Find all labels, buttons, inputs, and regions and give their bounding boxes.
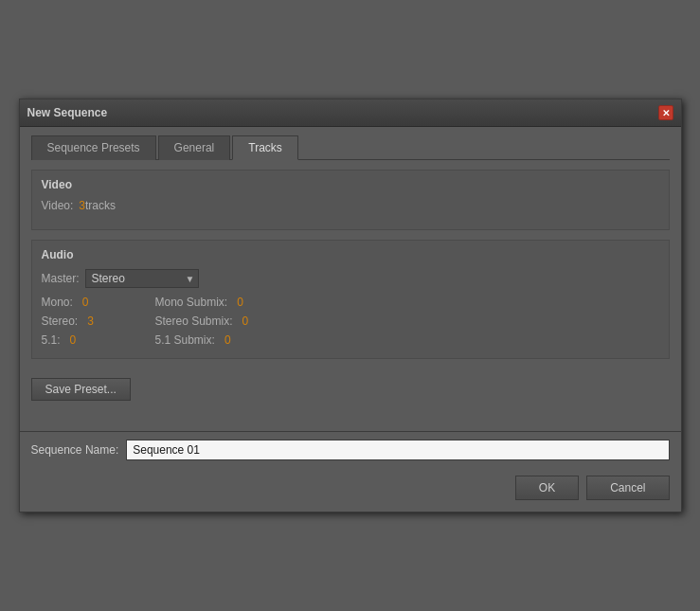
stereo-submix-label: Stereo Submix: [155, 314, 233, 328]
sequence-name-label: Sequence Name: [31, 443, 119, 457]
fiveone-submix-label: 5.1 Submix: [155, 333, 215, 347]
audio-grid: Mono: 0 Mono Submix: 0 Stereo: 3 Stereo … [42, 296, 659, 347]
video-section-title: Video [42, 178, 659, 191]
stereo-submix-item: Stereo Submix: 0 [155, 314, 307, 328]
video-tracks-label: Video: [42, 199, 74, 212]
fiveone-label: 5.1: [42, 333, 61, 347]
new-sequence-dialog: New Sequence ✕ Sequence Presets General … [19, 99, 682, 512]
stereo-item: Stereo: 3 [42, 314, 155, 328]
audio-section-title: Audio [42, 248, 659, 261]
cancel-button[interactable]: Cancel [586, 476, 669, 500]
master-label: Master: [42, 272, 80, 285]
mono-submix-value[interactable]: 0 [237, 296, 243, 309]
buttons-row: OK Cancel [20, 468, 681, 512]
save-preset-button[interactable]: Save Preset... [31, 378, 131, 401]
close-button[interactable]: ✕ [658, 105, 673, 120]
fiveone-submix-item: 5.1 Submix: 0 [155, 333, 307, 347]
stereo-submix-value[interactable]: 0 [242, 314, 249, 328]
audio-section: Audio Master: Stereo Mono 5.1 Adaptive ▼ [31, 240, 670, 359]
tabs-container: Sequence Presets General Tracks [31, 135, 670, 160]
save-preset-area: Save Preset... [31, 368, 670, 420]
video-section: Video Video: 3 tracks [31, 170, 670, 230]
master-select[interactable]: Stereo Mono 5.1 Adaptive [85, 269, 199, 288]
mono-value[interactable]: 0 [82, 296, 89, 309]
ok-button[interactable]: OK [515, 476, 579, 500]
video-tracks-row: Video: 3 tracks [42, 199, 659, 212]
master-row: Master: Stereo Mono 5.1 Adaptive ▼ [42, 269, 659, 288]
sequence-name-input[interactable] [126, 440, 669, 460]
fiveone-submix-value[interactable]: 0 [224, 333, 231, 347]
dialog-body: Sequence Presets General Tracks Video Vi… [20, 127, 681, 431]
mono-submix-label: Mono Submix: [155, 296, 228, 309]
fiveone-value[interactable]: 0 [70, 333, 77, 347]
stereo-value[interactable]: 3 [87, 314, 94, 328]
tab-tracks[interactable]: Tracks [232, 135, 298, 160]
mono-submix-item: Mono Submix: 0 [155, 296, 307, 309]
fiveone-item: 5.1: 0 [42, 333, 155, 347]
title-bar: New Sequence ✕ [20, 99, 681, 127]
mono-label: Mono: [42, 296, 73, 309]
tab-sequence-presets[interactable]: Sequence Presets [31, 135, 156, 160]
video-tracks-value[interactable]: 3 [79, 199, 85, 212]
tab-general[interactable]: General [158, 135, 231, 160]
mono-item: Mono: 0 [42, 296, 155, 309]
sequence-name-row: Sequence Name: [20, 431, 681, 468]
dialog-title: New Sequence [27, 106, 108, 119]
video-tracks-suffix: tracks [85, 199, 116, 212]
master-select-wrapper: Stereo Mono 5.1 Adaptive ▼ [85, 269, 199, 288]
stereo-label: Stereo: [42, 314, 79, 328]
